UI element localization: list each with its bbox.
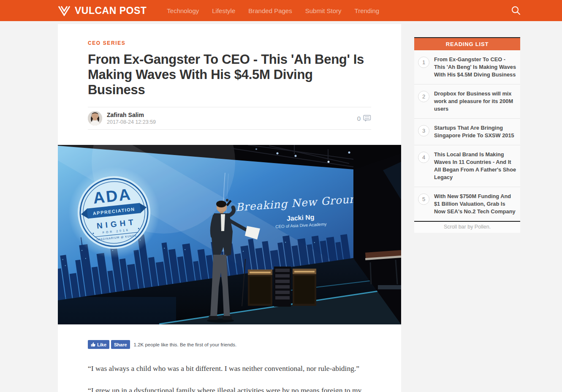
nav-item[interactable]: Technology bbox=[167, 7, 199, 14]
author-row: Zafirah Salim 2017-08-24 12:23:59 0 bbox=[88, 107, 371, 130]
article-title: From Ex-Gangster To CEO - This 'Ah Beng'… bbox=[88, 52, 371, 98]
author-avatar[interactable] bbox=[88, 111, 102, 125]
brand-logo[interactable]: VULCAN POST bbox=[58, 5, 147, 16]
main-nav: TechnologyLifestyleBranded PagesSubmit S… bbox=[167, 7, 379, 14]
reading-list-footer: Scroll bar by Pollen. bbox=[414, 222, 520, 233]
comments-link[interactable]: 0 bbox=[357, 115, 371, 122]
sidebar: READING LIST 1 From Ex-Gangster To CEO -… bbox=[414, 37, 520, 233]
reading-list-item-number: 5 bbox=[418, 193, 429, 205]
reading-list-header: READING LIST bbox=[414, 38, 520, 50]
reading-list-item-number: 2 bbox=[418, 91, 429, 102]
author-name[interactable]: Zafirah Salim bbox=[107, 112, 156, 118]
vulcan-v-icon bbox=[58, 5, 71, 16]
article-paragraph: “I was always a child who was a bit diff… bbox=[88, 363, 371, 374]
comment-bubble-icon bbox=[363, 115, 371, 122]
header-bar: VULCAN POST TechnologyLifestyleBranded P… bbox=[0, 0, 562, 21]
reading-list-item-number: 1 bbox=[418, 57, 429, 68]
facebook-caption: 1.2K people like this. Be the first of y… bbox=[134, 342, 237, 347]
reading-list-item[interactable]: 4 This Local Brand Is Making Waves In 11… bbox=[414, 145, 520, 187]
article-hero-image: ADA APPRECIATION NIGHT FOR 2016 IMAGINAR… bbox=[58, 145, 401, 324]
reading-list: 1 From Ex-Gangster To CEO - This 'Ah Ben… bbox=[414, 50, 520, 221]
nav-item[interactable]: Lifestyle bbox=[212, 7, 235, 14]
avatar-photo bbox=[88, 111, 102, 125]
search-button[interactable] bbox=[510, 5, 521, 16]
reading-list-item-title: Dropbox for Business will mix work and p… bbox=[434, 90, 517, 113]
screen-speaker-name: Jacki Ng bbox=[286, 213, 315, 222]
comments-count: 0 bbox=[357, 115, 361, 122]
thumbs-up-icon bbox=[91, 342, 95, 347]
article-panel: CEO SERIES From Ex-Gangster To CEO - Thi… bbox=[58, 24, 401, 392]
article-paragraph: “I grew up in a dysfunctional family whe… bbox=[88, 385, 371, 392]
nav-item[interactable]: Trending bbox=[355, 7, 380, 14]
nav-item[interactable]: Branded Pages bbox=[248, 7, 292, 14]
reading-list-item-number: 3 bbox=[418, 125, 429, 136]
brand-name: VULCAN POST bbox=[75, 5, 147, 16]
reading-list-item[interactable]: 2 Dropbox for Business will mix work and… bbox=[414, 84, 520, 118]
facebook-social-row: Like Share 1.2K people like this. Be the… bbox=[88, 340, 371, 349]
reading-list-item-title: This Local Brand Is Making Waves In 11 C… bbox=[434, 151, 517, 181]
reading-list-item-title: From Ex-Gangster To CEO - This 'Ah Beng'… bbox=[434, 56, 517, 79]
reading-list-item-title: Startups That Are Bringing Singapore Pri… bbox=[434, 124, 517, 139]
reading-list-item[interactable]: 5 With New $750M Funding And $1 Billion … bbox=[414, 187, 520, 221]
reading-list-item[interactable]: 3 Startups That Are Bringing Singapore P… bbox=[414, 118, 520, 145]
reading-list-item-number: 4 bbox=[418, 152, 429, 163]
reading-list-item[interactable]: 1 From Ex-Gangster To CEO - This 'Ah Ben… bbox=[414, 50, 520, 84]
reading-list-item-title: With New $750M Funding And $1 Billion Va… bbox=[434, 193, 517, 215]
facebook-like-button[interactable]: Like bbox=[88, 340, 109, 349]
facebook-share-button[interactable]: Share bbox=[111, 340, 130, 349]
nav-item[interactable]: Submit Story bbox=[305, 7, 342, 14]
publish-date: 2017-08-24 12:23:59 bbox=[107, 119, 156, 125]
article-category: CEO SERIES bbox=[88, 40, 371, 46]
search-icon bbox=[510, 5, 521, 16]
